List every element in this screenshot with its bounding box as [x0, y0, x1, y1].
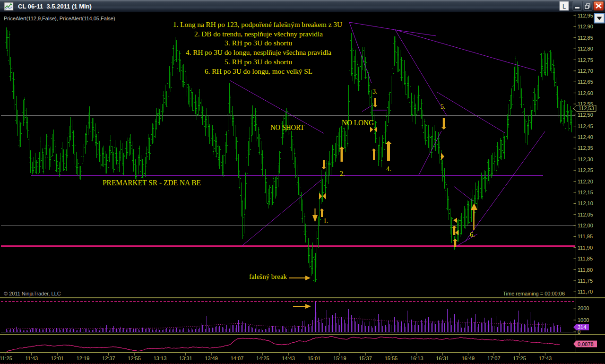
svg-text:3. RH po 3U do shortu: 3. RH po 3U do shortu: [225, 39, 293, 47]
svg-text:12:01: 12:01: [51, 355, 64, 361]
svg-text:112,53: 112,53: [579, 105, 594, 111]
svg-text:111,95: 111,95: [578, 234, 593, 239]
svg-text:falešný break: falešný break: [249, 273, 287, 280]
svg-text:Time remaining = 00:00:06: Time remaining = 00:00:06: [503, 291, 565, 296]
svg-text:112,60: 112,60: [578, 90, 593, 96]
svg-text:111,80: 111,80: [578, 267, 593, 273]
svg-text:112,00: 112,00: [578, 223, 593, 228]
svg-text:14:25: 14:25: [256, 355, 269, 361]
svg-text:3.: 3.: [372, 88, 378, 95]
svg-text:4. RH po 3U do longu, nesplňuj: 4. RH po 3U do longu, nesplňuje všechna …: [186, 49, 331, 56]
svg-text:15:19: 15:19: [333, 355, 346, 361]
svg-text:13:49: 13:49: [205, 355, 218, 361]
svg-text:4.: 4.: [386, 165, 391, 173]
svg-text:17:25: 17:25: [513, 355, 526, 361]
svg-text:15:37: 15:37: [359, 355, 372, 361]
svg-text:112,65: 112,65: [578, 79, 593, 85]
svg-text:112,20: 112,20: [578, 179, 593, 184]
svg-text:14:07: 14:07: [231, 355, 244, 361]
svg-text:16:13: 16:13: [410, 355, 424, 361]
svg-text:1000: 1000: [578, 317, 589, 323]
svg-text:111,75: 111,75: [578, 278, 593, 284]
svg-text:2.: 2.: [340, 170, 345, 177]
svg-text:112,50: 112,50: [578, 112, 593, 118]
svg-text:112,05: 112,05: [578, 212, 593, 217]
svg-text:12:37: 12:37: [102, 355, 115, 361]
svg-text:14:43: 14:43: [282, 355, 295, 361]
svg-text:5. RH po 3U do shortu: 5. RH po 3U do shortu: [225, 58, 293, 66]
svg-text:11:43: 11:43: [25, 355, 38, 361]
svg-text:112,90: 112,90: [578, 24, 593, 29]
svg-text:112,85: 112,85: [578, 35, 593, 41]
svg-text:112,25: 112,25: [578, 167, 593, 173]
svg-text:11:25: 11:25: [0, 355, 12, 361]
svg-text:CL 06-11 3.5.2011 (1 Min): CL 06-11 3.5.2011 (1 Min): [18, 3, 92, 10]
svg-text:112,35: 112,35: [578, 145, 593, 151]
svg-text:NO LONG: NO LONG: [342, 118, 374, 127]
svg-text:6. RH po 3U do longu, moc velk: 6. RH po 3U do longu, moc velký SL: [205, 68, 312, 75]
svg-text:L: L: [562, 3, 566, 10]
svg-text:112,70: 112,70: [578, 68, 593, 74]
svg-text:1.: 1.: [323, 217, 328, 225]
svg-text:112,30: 112,30: [578, 156, 593, 162]
svg-text:111,85: 111,85: [578, 256, 593, 261]
svg-text:314: 314: [578, 324, 586, 330]
svg-text:12:19: 12:19: [77, 355, 90, 361]
svg-text:112,10: 112,10: [578, 200, 593, 206]
svg-text:NO SHORT: NO SHORT: [270, 123, 305, 132]
svg-text:13:13: 13:13: [154, 355, 167, 361]
svg-text:112,95: 112,95: [578, 13, 593, 18]
svg-text:112,40: 112,40: [578, 134, 593, 140]
svg-text:112,45: 112,45: [578, 123, 593, 129]
svg-text:17:07: 17:07: [487, 355, 501, 361]
svg-text:5.: 5.: [441, 103, 446, 110]
svg-text:6.: 6.: [470, 231, 475, 238]
svg-text:1. Long na RH po 123, podpořen: 1. Long na RH po 123, podpořené falešným…: [173, 21, 342, 28]
svg-text:17:43: 17:43: [539, 355, 552, 361]
svg-text:PriceAlert(112,9,False), Price: PriceAlert(112,9,False), PriceAlert(114,…: [4, 16, 115, 21]
svg-text:12:55: 12:55: [128, 355, 141, 361]
svg-text:2. DB do trendu, nesplňuje vše: 2. DB do trendu, nesplňuje všechny pravi…: [194, 30, 323, 38]
svg-text:111,70: 111,70: [578, 289, 593, 295]
svg-text:0,0878: 0,0878: [578, 341, 594, 347]
svg-text:111,90: 111,90: [578, 245, 593, 251]
svg-text:16:31: 16:31: [436, 355, 449, 361]
svg-text:2000: 2000: [578, 305, 589, 311]
svg-text:15:55: 15:55: [385, 355, 398, 361]
svg-text:13:31: 13:31: [179, 355, 192, 361]
svg-text:PREMARKET SR - ZDE NA BE: PREMARKET SR - ZDE NA BE: [103, 179, 201, 187]
svg-text:15:01: 15:01: [308, 355, 321, 361]
svg-text:112,15: 112,15: [578, 190, 593, 195]
svg-text:112,75: 112,75: [578, 57, 593, 63]
svg-text:© 2011 NinjaTrader, LLC: © 2011 NinjaTrader, LLC: [4, 291, 61, 296]
svg-text:112,80: 112,80: [578, 46, 593, 52]
svg-text:16:49: 16:49: [462, 355, 475, 361]
